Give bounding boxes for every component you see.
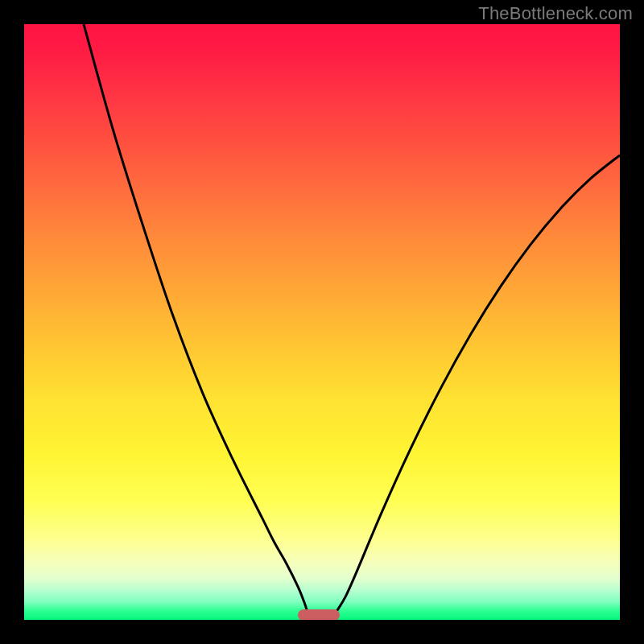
bottleneck-marker [298,609,340,620]
watermark-text: TheBottleneck.com [478,3,633,24]
curve-path [84,24,620,611]
bottleneck-curve [24,24,620,620]
chart-container: TheBottleneck.com [0,0,644,644]
plot-area [24,24,620,620]
